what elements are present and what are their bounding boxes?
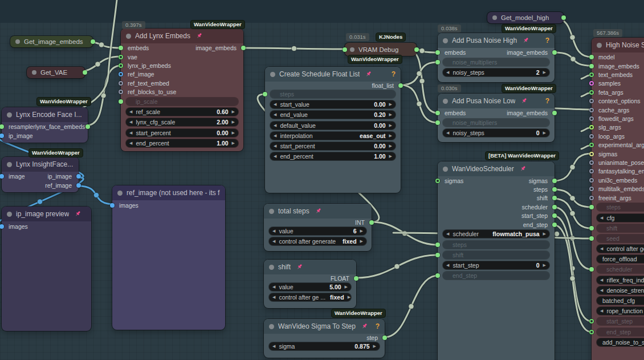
input-port-sigmas[interactable] <box>435 179 440 183</box>
decrement-arrow-icon[interactable]: ◀ <box>270 123 280 128</box>
input-port-image_embeds[interactable] <box>589 64 594 68</box>
decrement-arrow-icon[interactable]: ◀ <box>270 112 280 117</box>
widget-start_percent[interactable]: ◀start_percent0.00▶ <box>270 142 396 150</box>
widget-steps[interactable]: steps <box>597 203 644 211</box>
input-port-end_step[interactable] <box>589 330 594 334</box>
increment-arrow-icon[interactable]: ▶ <box>229 131 238 135</box>
widget-steps[interactable]: steps <box>270 90 396 98</box>
widget-noise_multipliers[interactable]: noise_multipliers <box>443 119 549 127</box>
widget-noise_multipliers[interactable]: noise_multipliers <box>443 58 549 66</box>
link-midpoint-dot[interactable] <box>419 48 425 53</box>
decrement-arrow-icon[interactable]: ◀ <box>597 278 606 282</box>
link-midpoint-dot[interactable] <box>291 46 296 51</box>
input-port-uni3c_embeds[interactable] <box>589 178 594 183</box>
widget-end_percent[interactable]: ◀end_percent1.00▶ <box>270 152 396 160</box>
collapse-dot[interactable] <box>117 191 123 196</box>
output-port-float_list[interactable] <box>398 83 403 88</box>
create-schedule-float-list[interactable]: Create Schedule Float List?float_listste… <box>265 67 401 193</box>
widget-control after generate[interactable]: ◀control after generate▶ <box>597 245 644 253</box>
decrement-arrow-icon[interactable]: ◀ <box>597 309 606 313</box>
output-port-FLOAT[interactable] <box>354 276 358 281</box>
input-port-ip_scale[interactable] <box>119 99 123 104</box>
decrement-arrow-icon[interactable]: ◀ <box>270 134 280 138</box>
widget-add_noise_to_samples[interactable]: add_noise_to_samples <box>597 338 644 346</box>
decrement-arrow-icon[interactable]: ◀ <box>126 141 136 145</box>
increment-arrow-icon[interactable]: ▶ <box>386 154 396 159</box>
input-port-ref_text_embed[interactable] <box>119 81 123 86</box>
collapse-dot[interactable] <box>126 34 131 39</box>
collapse-dot[interactable] <box>7 162 12 167</box>
widget-scheduler[interactable]: scheduler <box>597 265 644 273</box>
widget-shift[interactable]: shift <box>597 224 644 232</box>
widget-batched_cfg[interactable]: batched_cfg <box>597 297 644 305</box>
widget-scheduler[interactable]: ◀schedulerflowmatch_pusa▶ <box>443 230 549 238</box>
link-midpoint-dot[interactable] <box>95 62 100 67</box>
collapse-dot[interactable] <box>7 212 12 217</box>
input-port-ref_image[interactable] <box>119 72 123 76</box>
node-header[interactable]: Create Schedule Float List? <box>265 67 401 82</box>
add-pusa-noise-low[interactable]: Add Pusa Noise Low?embedsimage_embedsnoi… <box>438 94 555 142</box>
output-port-image_embeds[interactable] <box>552 50 557 55</box>
widget-steps[interactable]: steps <box>443 241 549 249</box>
help-icon[interactable]: ? <box>388 70 396 78</box>
collapse-dot[interactable] <box>350 47 354 52</box>
output-port-end_step[interactable] <box>552 223 557 227</box>
widget-rope_function[interactable]: ◀rope_function▶ <box>597 307 644 315</box>
input-port-model[interactable] <box>589 55 594 59</box>
link-midpoint-dot[interactable] <box>570 35 575 40</box>
node-header[interactable]: ref_image (not used here - its for T2V).… <box>112 185 225 200</box>
input-port-shift[interactable] <box>589 226 594 230</box>
increment-arrow-icon[interactable]: ▶ <box>386 144 396 148</box>
widget-denoise_strength[interactable]: ◀denoise_strength▶ <box>597 286 644 294</box>
widget-start_step[interactable]: ◀start_step0▶ <box>443 261 549 269</box>
decrement-arrow-icon[interactable]: ◀ <box>443 232 453 236</box>
output-port[interactable] <box>91 39 95 44</box>
widget-start_step[interactable]: start_step <box>597 317 644 325</box>
increment-arrow-icon[interactable]: ▶ <box>344 295 351 300</box>
input-port-multitalk_embeds[interactable] <box>589 187 594 191</box>
increment-arrow-icon[interactable]: ▶ <box>341 285 351 289</box>
widget-cfg[interactable]: ◀cfg▶ <box>597 214 644 222</box>
increment-arrow-icon[interactable]: ▶ <box>229 110 238 114</box>
decrement-arrow-icon[interactable]: ◀ <box>269 229 279 233</box>
decrement-arrow-icon[interactable]: ◀ <box>126 131 136 135</box>
output-port-ip_image[interactable] <box>76 174 81 179</box>
wanvideo-sigma-to-step[interactable]: WanVideo Sigma To Step?step◀sigma0.875▶ <box>264 319 385 358</box>
node-header[interactable]: WanVideoScheduler <box>438 161 555 176</box>
input-port-feta_args[interactable] <box>589 90 594 95</box>
input-port-images[interactable] <box>110 203 115 208</box>
link-midpoint-dot[interactable] <box>99 42 104 47</box>
input-port-experimental_args[interactable] <box>589 143 594 147</box>
decrement-arrow-icon[interactable]: ◀ <box>597 246 606 251</box>
input-port-noise_multipliers[interactable] <box>435 60 440 64</box>
input-port-text_embeds[interactable] <box>589 72 594 77</box>
decrement-arrow-icon[interactable]: ◀ <box>597 288 606 293</box>
input-port-sigmas[interactable] <box>589 152 594 156</box>
increment-arrow-icon[interactable]: ▶ <box>386 102 396 107</box>
get-vae[interactable]: Get_VAE <box>27 67 85 78</box>
input-port-ref_blocks_to_use[interactable] <box>119 90 123 94</box>
increment-arrow-icon[interactable]: ▶ <box>540 263 549 268</box>
link-midpoint-dot[interactable] <box>417 101 422 106</box>
output-port-shift[interactable] <box>552 196 557 200</box>
widget-end_value[interactable]: ◀end_value0.20▶ <box>270 111 396 119</box>
input-port-scheduler[interactable] <box>589 267 594 272</box>
get-image-embeds[interactable]: Get_image_embeds <box>10 36 93 47</box>
input-port-steps[interactable] <box>435 242 440 247</box>
input-port-steps[interactable] <box>589 205 594 209</box>
output-port[interactable] <box>561 15 566 20</box>
high-noise-sampler[interactable]: High Noise Samplermodelimage_embedstext_… <box>592 38 644 360</box>
input-port-context_options[interactable] <box>589 99 594 103</box>
node-header[interactable]: Add Lynx Embeds <box>121 29 243 43</box>
input-port-freeinit_args[interactable] <box>589 196 594 200</box>
input-port-embeds[interactable] <box>435 50 440 55</box>
output-port[interactable] <box>83 70 87 75</box>
output-port-image_embeds[interactable] <box>552 111 557 115</box>
node-header[interactable]: Add Pusa Noise High? <box>438 33 555 48</box>
link-midpoint-dot[interactable] <box>570 164 575 169</box>
link-midpoint-dot[interactable] <box>417 71 422 76</box>
decrement-arrow-icon[interactable]: ◀ <box>443 131 453 135</box>
node-graph-canvas[interactable]: Get_image_embedsGet_VAEGet_model_highVRA… <box>0 0 644 360</box>
collapse-dot[interactable] <box>443 38 448 43</box>
widget-riflex_freq_index[interactable]: ◀riflex_freq_index▶ <box>597 276 644 284</box>
